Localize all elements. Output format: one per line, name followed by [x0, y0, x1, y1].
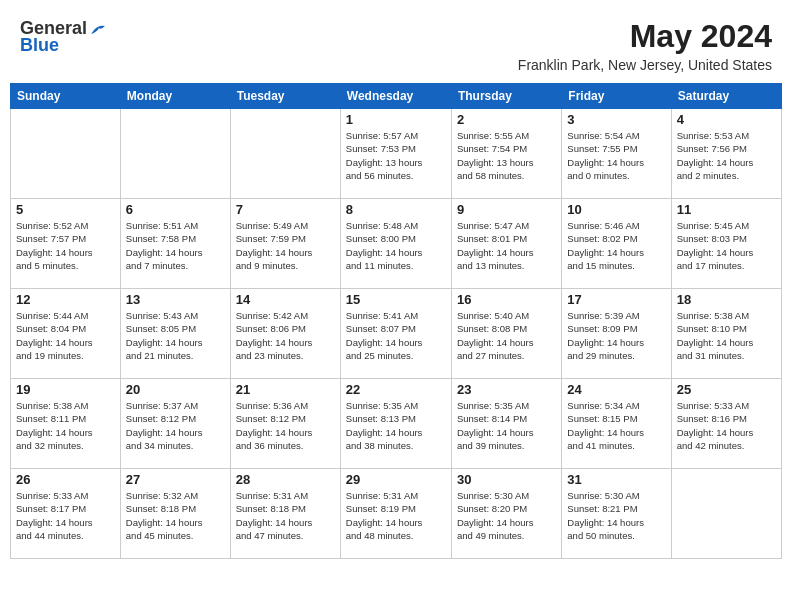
day-info: Sunrise: 5:46 AMSunset: 8:02 PMDaylight:… [567, 219, 665, 272]
day-number: 11 [677, 202, 776, 217]
day-number: 4 [677, 112, 776, 127]
location: Franklin Park, New Jersey, United States [518, 57, 772, 73]
day-info: Sunrise: 5:48 AMSunset: 8:00 PMDaylight:… [346, 219, 446, 272]
calendar-cell: 23Sunrise: 5:35 AMSunset: 8:14 PMDayligh… [451, 379, 561, 469]
day-info: Sunrise: 5:37 AMSunset: 8:12 PMDaylight:… [126, 399, 225, 452]
calendar-cell: 1Sunrise: 5:57 AMSunset: 7:53 PMDaylight… [340, 109, 451, 199]
day-info: Sunrise: 5:35 AMSunset: 8:13 PMDaylight:… [346, 399, 446, 452]
day-info: Sunrise: 5:43 AMSunset: 8:05 PMDaylight:… [126, 309, 225, 362]
day-number: 17 [567, 292, 665, 307]
day-number: 22 [346, 382, 446, 397]
day-info: Sunrise: 5:34 AMSunset: 8:15 PMDaylight:… [567, 399, 665, 452]
weekday-header-sunday: Sunday [11, 84, 121, 109]
day-number: 30 [457, 472, 556, 487]
calendar-cell: 12Sunrise: 5:44 AMSunset: 8:04 PMDayligh… [11, 289, 121, 379]
day-info: Sunrise: 5:51 AMSunset: 7:58 PMDaylight:… [126, 219, 225, 272]
calendar-cell: 28Sunrise: 5:31 AMSunset: 8:18 PMDayligh… [230, 469, 340, 559]
calendar-cell: 29Sunrise: 5:31 AMSunset: 8:19 PMDayligh… [340, 469, 451, 559]
day-info: Sunrise: 5:57 AMSunset: 7:53 PMDaylight:… [346, 129, 446, 182]
calendar-cell: 9Sunrise: 5:47 AMSunset: 8:01 PMDaylight… [451, 199, 561, 289]
weekday-header-thursday: Thursday [451, 84, 561, 109]
calendar-cell: 27Sunrise: 5:32 AMSunset: 8:18 PMDayligh… [120, 469, 230, 559]
calendar-cell [230, 109, 340, 199]
weekday-header-saturday: Saturday [671, 84, 781, 109]
day-number: 31 [567, 472, 665, 487]
calendar-cell [120, 109, 230, 199]
weekday-header-monday: Monday [120, 84, 230, 109]
day-number: 2 [457, 112, 556, 127]
day-number: 5 [16, 202, 115, 217]
calendar-cell: 7Sunrise: 5:49 AMSunset: 7:59 PMDaylight… [230, 199, 340, 289]
day-info: Sunrise: 5:31 AMSunset: 8:18 PMDaylight:… [236, 489, 335, 542]
calendar-cell: 8Sunrise: 5:48 AMSunset: 8:00 PMDaylight… [340, 199, 451, 289]
calendar-week-row: 1Sunrise: 5:57 AMSunset: 7:53 PMDaylight… [11, 109, 782, 199]
calendar-cell: 22Sunrise: 5:35 AMSunset: 8:13 PMDayligh… [340, 379, 451, 469]
weekday-header-row: SundayMondayTuesdayWednesdayThursdayFrid… [11, 84, 782, 109]
calendar-cell: 30Sunrise: 5:30 AMSunset: 8:20 PMDayligh… [451, 469, 561, 559]
calendar-cell: 14Sunrise: 5:42 AMSunset: 8:06 PMDayligh… [230, 289, 340, 379]
calendar-week-row: 12Sunrise: 5:44 AMSunset: 8:04 PMDayligh… [11, 289, 782, 379]
day-info: Sunrise: 5:33 AMSunset: 8:17 PMDaylight:… [16, 489, 115, 542]
logo: General Blue [20, 18, 107, 56]
day-number: 3 [567, 112, 665, 127]
day-info: Sunrise: 5:32 AMSunset: 8:18 PMDaylight:… [126, 489, 225, 542]
calendar-cell: 31Sunrise: 5:30 AMSunset: 8:21 PMDayligh… [562, 469, 671, 559]
day-info: Sunrise: 5:36 AMSunset: 8:12 PMDaylight:… [236, 399, 335, 452]
day-number: 28 [236, 472, 335, 487]
calendar-cell: 4Sunrise: 5:53 AMSunset: 7:56 PMDaylight… [671, 109, 781, 199]
day-number: 25 [677, 382, 776, 397]
calendar-cell: 15Sunrise: 5:41 AMSunset: 8:07 PMDayligh… [340, 289, 451, 379]
calendar-cell: 18Sunrise: 5:38 AMSunset: 8:10 PMDayligh… [671, 289, 781, 379]
day-number: 14 [236, 292, 335, 307]
day-info: Sunrise: 5:47 AMSunset: 8:01 PMDaylight:… [457, 219, 556, 272]
calendar-table: SundayMondayTuesdayWednesdayThursdayFrid… [10, 83, 782, 559]
calendar-cell: 24Sunrise: 5:34 AMSunset: 8:15 PMDayligh… [562, 379, 671, 469]
logo-blue: Blue [20, 35, 59, 56]
calendar-cell [11, 109, 121, 199]
day-number: 26 [16, 472, 115, 487]
day-number: 24 [567, 382, 665, 397]
day-info: Sunrise: 5:55 AMSunset: 7:54 PMDaylight:… [457, 129, 556, 182]
day-info: Sunrise: 5:40 AMSunset: 8:08 PMDaylight:… [457, 309, 556, 362]
calendar-cell: 5Sunrise: 5:52 AMSunset: 7:57 PMDaylight… [11, 199, 121, 289]
calendar-cell: 3Sunrise: 5:54 AMSunset: 7:55 PMDaylight… [562, 109, 671, 199]
day-number: 18 [677, 292, 776, 307]
day-number: 1 [346, 112, 446, 127]
month-year: May 2024 [518, 18, 772, 55]
calendar-cell: 20Sunrise: 5:37 AMSunset: 8:12 PMDayligh… [120, 379, 230, 469]
calendar-cell: 25Sunrise: 5:33 AMSunset: 8:16 PMDayligh… [671, 379, 781, 469]
calendar-cell: 26Sunrise: 5:33 AMSunset: 8:17 PMDayligh… [11, 469, 121, 559]
calendar-week-row: 5Sunrise: 5:52 AMSunset: 7:57 PMDaylight… [11, 199, 782, 289]
day-number: 6 [126, 202, 225, 217]
day-info: Sunrise: 5:30 AMSunset: 8:21 PMDaylight:… [567, 489, 665, 542]
title-block: May 2024 Franklin Park, New Jersey, Unit… [518, 18, 772, 73]
day-info: Sunrise: 5:54 AMSunset: 7:55 PMDaylight:… [567, 129, 665, 182]
calendar-cell: 16Sunrise: 5:40 AMSunset: 8:08 PMDayligh… [451, 289, 561, 379]
calendar-cell: 19Sunrise: 5:38 AMSunset: 8:11 PMDayligh… [11, 379, 121, 469]
day-info: Sunrise: 5:42 AMSunset: 8:06 PMDaylight:… [236, 309, 335, 362]
day-number: 20 [126, 382, 225, 397]
day-number: 29 [346, 472, 446, 487]
day-info: Sunrise: 5:49 AMSunset: 7:59 PMDaylight:… [236, 219, 335, 272]
calendar-cell [671, 469, 781, 559]
day-number: 16 [457, 292, 556, 307]
day-number: 15 [346, 292, 446, 307]
day-info: Sunrise: 5:45 AMSunset: 8:03 PMDaylight:… [677, 219, 776, 272]
page-header: General Blue May 2024 Franklin Park, New… [10, 10, 782, 77]
day-info: Sunrise: 5:39 AMSunset: 8:09 PMDaylight:… [567, 309, 665, 362]
weekday-header-tuesday: Tuesday [230, 84, 340, 109]
day-info: Sunrise: 5:30 AMSunset: 8:20 PMDaylight:… [457, 489, 556, 542]
day-number: 12 [16, 292, 115, 307]
day-number: 7 [236, 202, 335, 217]
day-number: 9 [457, 202, 556, 217]
day-info: Sunrise: 5:38 AMSunset: 8:11 PMDaylight:… [16, 399, 115, 452]
day-info: Sunrise: 5:41 AMSunset: 8:07 PMDaylight:… [346, 309, 446, 362]
day-number: 8 [346, 202, 446, 217]
day-number: 10 [567, 202, 665, 217]
day-info: Sunrise: 5:31 AMSunset: 8:19 PMDaylight:… [346, 489, 446, 542]
day-info: Sunrise: 5:53 AMSunset: 7:56 PMDaylight:… [677, 129, 776, 182]
logo-bird-icon [89, 22, 107, 36]
calendar-week-row: 19Sunrise: 5:38 AMSunset: 8:11 PMDayligh… [11, 379, 782, 469]
day-info: Sunrise: 5:52 AMSunset: 7:57 PMDaylight:… [16, 219, 115, 272]
weekday-header-friday: Friday [562, 84, 671, 109]
